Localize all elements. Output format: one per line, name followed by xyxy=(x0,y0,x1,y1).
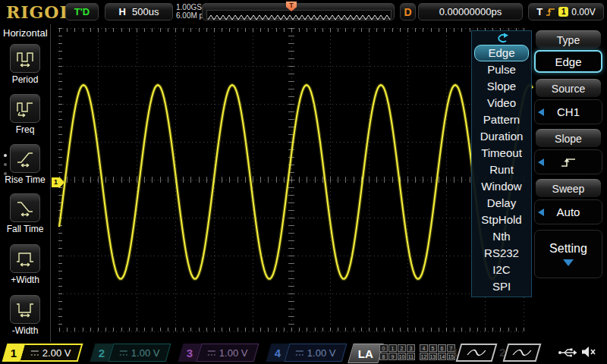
return-icon xyxy=(494,33,509,43)
dc-coupling-icon xyxy=(119,350,128,356)
source-2-chip[interactable] xyxy=(503,344,542,362)
sweep-value-button[interactable]: Auto xyxy=(534,199,602,224)
trigger-label: T xyxy=(536,6,543,17)
source-label: Source xyxy=(536,79,601,97)
sidebar-item-period[interactable]: Period xyxy=(0,44,50,85)
channel-2-scale: 1.00 V xyxy=(109,344,171,362)
menu-item-i2c[interactable]: I2C xyxy=(472,262,531,278)
menu-item-timeout[interactable]: Timeout xyxy=(472,145,531,162)
gridline-horizontal xyxy=(59,28,524,29)
gridline-horizontal xyxy=(59,180,524,180)
sidebar-item-label: Freq xyxy=(0,124,50,135)
la-digit: 5 xyxy=(429,344,437,352)
left-arrow-icon xyxy=(538,108,544,116)
sine-icon xyxy=(465,348,487,357)
menu-item-duration[interactable]: Duration xyxy=(472,128,531,145)
source-1-chip[interactable] xyxy=(456,344,498,362)
gridline-horizontal xyxy=(59,256,524,256)
la-digit: 13 xyxy=(429,353,437,360)
sidebar-item-label: Rise Time xyxy=(0,174,50,185)
menu-item-pattern[interactable]: Pattern xyxy=(472,111,531,128)
sidebar-item-minus-width[interactable]: -Width xyxy=(0,295,50,336)
source-value: CH1 xyxy=(557,105,580,118)
type-label: Type xyxy=(536,30,601,49)
gridline-horizontal xyxy=(59,142,524,143)
type-value-button[interactable]: Edge xyxy=(534,50,602,73)
rise-time-icon xyxy=(15,150,35,168)
menu-item-delay[interactable]: Delay xyxy=(472,195,531,212)
delay-label: D xyxy=(400,3,416,20)
menu-item-video[interactable]: Video xyxy=(472,95,531,111)
slope-value-button[interactable] xyxy=(534,149,602,174)
menu-back-button[interactable] xyxy=(472,31,531,45)
menu-item-nth[interactable]: Nth xyxy=(472,228,531,245)
rising-edge-icon xyxy=(546,7,555,17)
channel-4-chip[interactable]: 4 1.00 V xyxy=(266,344,348,362)
trigger-level-value: 0.00V xyxy=(571,7,595,17)
dc-coupling-icon xyxy=(30,350,39,356)
menu-item-edge[interactable]: Edge xyxy=(474,45,529,61)
page-indicator-dot xyxy=(4,172,7,175)
sidebar-item-freq[interactable]: Freq xyxy=(0,94,50,135)
page-indicator-dot xyxy=(4,163,7,166)
la-digit: 9 xyxy=(388,353,397,360)
slope-label: Slope xyxy=(536,129,601,147)
la-digit: 12 xyxy=(420,353,428,360)
menu-item-spi[interactable]: SPI xyxy=(472,278,531,295)
la-digit: 10 xyxy=(398,353,406,360)
channel-2-chip[interactable]: 2 1.00 V xyxy=(90,344,171,362)
la-digit: 6 xyxy=(438,344,446,352)
channel-1-chip[interactable]: 1 2.00 V xyxy=(2,344,83,362)
gridline-horizontal xyxy=(59,218,524,218)
sweep-value: Auto xyxy=(557,206,580,218)
preview-window xyxy=(206,10,392,19)
sidebar-item-fall-time[interactable]: Fall Time xyxy=(0,193,50,234)
source-value-button[interactable]: CH1 xyxy=(534,99,602,124)
trigger-source-badge: 1 xyxy=(558,7,568,17)
sidebar-item-label: Period xyxy=(0,74,50,85)
speaker-muted-icon xyxy=(580,345,597,359)
la-digit: 14 xyxy=(438,353,446,360)
sine-icon xyxy=(511,348,533,357)
sidebar-item-label: Fall Time xyxy=(0,224,50,234)
gridline-horizontal xyxy=(59,104,524,105)
menu-item-stphold[interactable]: StpHold xyxy=(472,212,531,228)
preview-waveform-icon xyxy=(207,14,391,21)
channel-1-scale: 2.00 V xyxy=(20,344,83,362)
left-arrow-icon xyxy=(538,209,544,216)
menu-item-runt[interactable]: Runt xyxy=(472,162,531,178)
period-icon xyxy=(15,50,35,67)
rising-slope-icon xyxy=(559,156,577,168)
usb-icon xyxy=(558,347,577,359)
dc-coupling-icon xyxy=(207,350,216,356)
timebase-value: 500us xyxy=(132,6,159,17)
minus-width-icon xyxy=(15,301,35,318)
setting-button[interactable]: Setting xyxy=(534,230,602,278)
menu-item-window[interactable]: Window xyxy=(472,178,531,195)
trigger-readout: T 1 0.00V xyxy=(528,3,604,20)
rigol-logo: RIGOL xyxy=(6,2,72,22)
plus-width-icon xyxy=(15,250,35,268)
sidebar-title: Horizontal xyxy=(3,27,48,39)
timebase-readout: H 500us xyxy=(105,3,173,20)
la-digit: 4 xyxy=(420,344,428,352)
delay-readout: 0.00000000ps xyxy=(418,3,523,20)
sidebar-item-plus-width[interactable]: +Width xyxy=(0,244,50,285)
sidebar-item-label: -Width xyxy=(0,325,50,336)
la-digit: 2 xyxy=(398,344,406,352)
channel-3-chip[interactable]: 3 1.00 V xyxy=(178,344,259,362)
sidebar-item-rise-time[interactable]: Rise Time xyxy=(0,144,50,185)
menu-item-pulse[interactable]: Pulse xyxy=(472,61,531,78)
freq-icon xyxy=(15,100,35,118)
channel-4-scale: 1.00 V xyxy=(285,344,348,362)
left-arrow-icon xyxy=(538,158,544,166)
menu-item-rs232[interactable]: RS232 xyxy=(472,245,531,262)
page-indicator-dot xyxy=(4,154,7,157)
waveform-preview-bar xyxy=(202,3,395,20)
down-arrow-icon xyxy=(563,259,574,266)
menu-item-slope[interactable]: Slope xyxy=(472,78,531,95)
la-digit: 0 xyxy=(379,344,388,352)
sidebar-item-label: +Width xyxy=(0,275,50,285)
dc-coupling-icon xyxy=(295,350,304,356)
logic-analyzer-chip[interactable]: LA xyxy=(348,344,383,363)
